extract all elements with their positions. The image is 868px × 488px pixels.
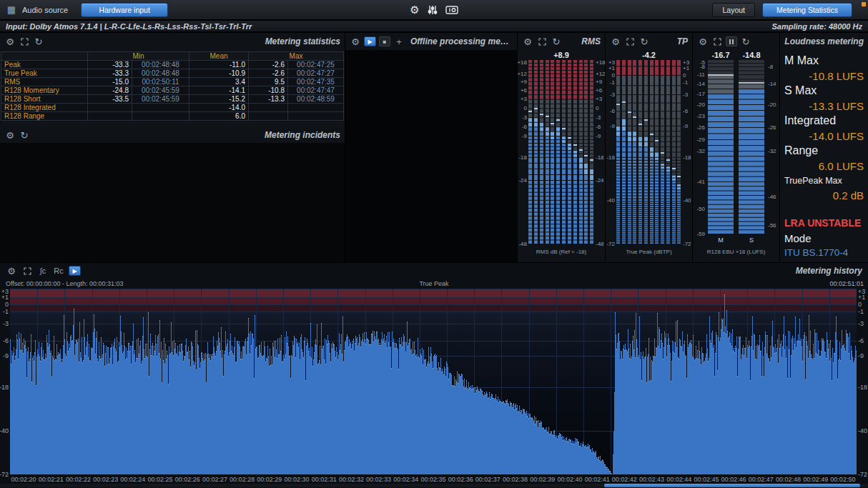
scale-label: +12 [517,71,527,77]
range-curve-icon[interactable]: Rc [53,265,64,277]
loudness-scale-left: -5-8-11-14-17-20-23-26-29-32-41-50-59 [693,60,706,234]
fullscreen-icon[interactable] [21,265,33,277]
scale-label: +18 [596,60,606,66]
history-scale-left: +3+10-1-3-6-9-18-40-72 [0,289,10,474]
scale-label: +6 [521,88,527,94]
scale-label: -3 [3,321,9,327]
stats-col-min: Min [88,52,189,61]
scale-label: -18 [683,155,691,161]
time-label: 00:02:29 [255,476,284,483]
scale-label: -3 [610,92,615,98]
tp-scale-left: +3+10-1-3-6-9-18-40-72 [606,60,616,244]
table-cell: 00:02:47:47 [288,86,344,95]
history-scrollbar-track[interactable] [0,484,868,487]
gear-icon[interactable]: ⚙ [4,36,16,47]
scale-label: +9 [596,79,602,85]
time-label: 00:02:50 [829,476,857,483]
truepeak-max-value: 0.2 dB [833,189,864,201]
scale-label: +3 [521,96,527,102]
time-label: 00:02:44 [665,476,694,483]
loudness-curve-icon[interactable]: ∫c [37,265,49,277]
rms-header: ⚙ ↻ RMS [518,33,605,50]
table-cell [88,104,132,112]
truepeak-max-label: TruePeak Max [784,176,842,186]
scale-label: -6 [596,124,601,130]
reset-icon[interactable]: ↻ [551,36,562,47]
range-value: 6.0 LUFS [819,160,864,172]
scale-label: -6 [522,124,527,130]
loudness-scale-right: -8-14-20-26-32-46-56 [766,60,779,234]
scale-label: -41 [696,179,705,185]
table-cell [288,112,344,121]
time-label: 00:02:35 [419,476,448,483]
table-cell [88,112,132,121]
history-play-button[interactable]: ▶ [69,266,81,276]
scale-label: -18 [858,384,867,391]
scale-label: -50 [696,206,705,212]
time-label: 00:02:38 [501,476,530,483]
add-media-icon[interactable]: + [393,36,405,47]
play-button[interactable]: ▶ [364,36,376,46]
integrated-label: Integrated [784,114,836,127]
gear-icon[interactable]: ⚙ [4,129,16,141]
table-cell: 00:02:48:48 [132,61,189,69]
scale-label: -17 [696,91,705,97]
table-cell: 00:02:47:25 [288,61,344,69]
time-label: 00:02:23 [92,476,120,483]
time-label: 00:02:37 [473,476,502,483]
table-cell: 00:02:47:27 [288,69,344,78]
panel-title: Metering history [796,266,862,276]
tp-header: ⚙ ↻ TP [606,33,692,50]
gear-icon[interactable]: ⚙ [6,265,17,277]
fullscreen-icon[interactable] [536,36,548,47]
m-max-label: M Max [784,54,819,67]
pause-button[interactable] [726,36,737,46]
tp-scale-right: +3+10-1-3-6-9-18-40-72 [682,60,692,244]
loudness-readout-header: Loudness metering [780,33,868,50]
reset-icon[interactable]: ↻ [740,36,751,47]
table-cell: RMS [1,78,88,86]
table-cell [288,104,344,112]
gear-icon[interactable]: ⚙ [350,36,361,47]
fullscreen-icon[interactable] [711,36,723,47]
center-toolbar: ⚙ [0,0,868,20]
time-label: 00:02:46 [719,476,748,483]
gear-icon[interactable]: ⚙ [522,36,533,47]
scale-label: -3 [858,321,864,327]
time-label: 00:02:33 [365,476,393,483]
stop-button[interactable]: ■ [379,36,390,46]
scale-label: -46 [768,194,776,200]
reset-icon[interactable]: ↻ [33,36,44,47]
time-label: 00:02:20 [9,476,38,483]
gear-icon[interactable]: ⚙ [610,36,621,47]
scale-label: -18 [518,155,527,161]
settings-gear-icon[interactable]: ⚙ [410,4,419,15]
scale-label: -3 [522,115,527,121]
history-scrollbar-thumb[interactable] [604,484,860,487]
short-term-bar-label: S [736,236,766,244]
reset-icon[interactable]: ↻ [19,129,30,141]
io-routing-icon[interactable] [445,5,458,15]
fullscreen-icon[interactable] [19,36,30,47]
gear-icon[interactable]: ⚙ [697,36,709,47]
table-row: RMS-15.000:02:50:113.49.500:02:47:35 [1,78,344,86]
time-label: 00:02:48 [774,476,803,483]
table-cell [249,112,288,121]
scale-label: -6 [610,109,615,114]
time-label: 00:02:21 [36,476,65,483]
history-waveform [10,289,857,474]
scale-label: -32 [768,149,776,154]
time-label: 00:02:31 [310,476,338,483]
mixer-sliders-icon[interactable] [428,5,438,15]
time-label: 00:02:41 [583,476,611,483]
mode-label: Mode [784,232,812,244]
rms-max-value: +8.9 [518,51,605,59]
reset-icon[interactable]: ↻ [638,36,650,47]
time-label: 00:02:26 [173,476,202,483]
time-label: 00:02:43 [638,476,666,483]
panel-title: TP [677,36,688,46]
notification-dot[interactable] [862,2,866,6]
scale-label: -6 [858,338,864,344]
fullscreen-icon[interactable] [624,36,636,47]
metering-history-panel: ⚙ ∫c Rc ▶ Metering history Offset: 00:00… [0,263,868,488]
